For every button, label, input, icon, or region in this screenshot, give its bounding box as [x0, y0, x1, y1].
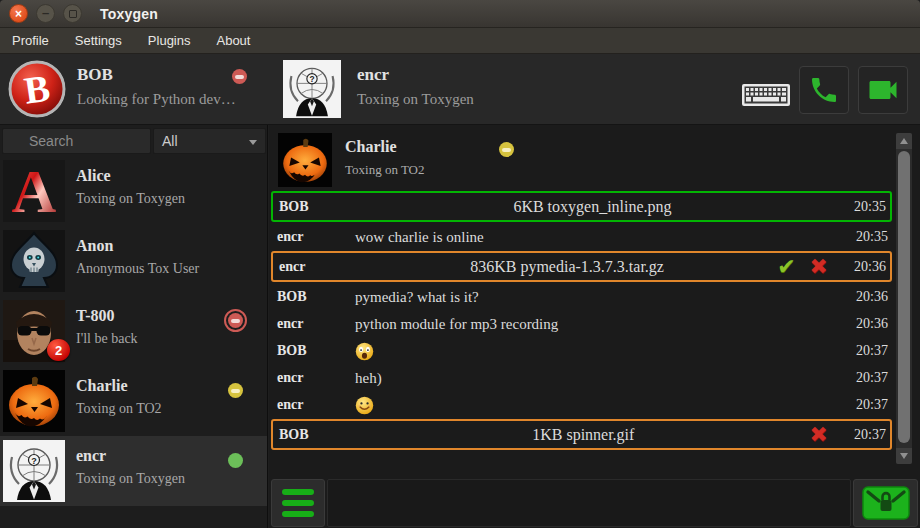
contact-status-message: I'll be back — [76, 331, 138, 347]
active-contact-avatar: ? — [283, 60, 341, 118]
contact-status-message: Toxing on Toxygen — [76, 191, 185, 207]
message-time: 20:36 — [844, 316, 888, 332]
message-row: encr 20:37 — [271, 392, 892, 418]
message-sender: BOB — [277, 289, 351, 305]
close-icon: × — [15, 7, 22, 19]
contact-name: encr — [76, 447, 106, 465]
peer-card-away-status-icon — [499, 142, 514, 157]
menu-settings[interactable]: Settings — [75, 33, 122, 48]
unread-count-badge: 2 — [47, 339, 70, 361]
audio-call-button[interactable] — [799, 66, 849, 114]
busy-ring-status-icon — [228, 313, 243, 328]
message-sender: encr — [279, 259, 353, 275]
message-row: BOB pymedia? what is it? 20:36 — [271, 284, 892, 310]
contact-status-message: Toxing on Toxygen — [76, 471, 185, 487]
message-time: 20:35 — [844, 229, 888, 245]
active-contact-name: encr — [357, 65, 389, 85]
scroll-up-button[interactable] — [896, 133, 912, 149]
contact-status-message: Anonymous Tox User — [76, 261, 199, 277]
message-time: 20:36 — [844, 289, 888, 305]
message-row: encr wow charlie is online 20:35 — [271, 224, 892, 250]
contact-status-message: Toxing on TO2 — [76, 401, 162, 417]
scrollbar-thumb[interactable] — [898, 151, 910, 443]
self-avatar[interactable]: B — [8, 60, 66, 118]
file-transfer-label: 836KB pymedia-1.3.7.3.tar.gz — [353, 258, 777, 276]
file-transfer-row: encr 836KB pymedia-1.3.7.3.tar.gz ✔✖ 20:… — [271, 251, 892, 282]
chat-panel: Charlie Toxing on TO2 BOB 6KB toxygen_in… — [269, 125, 920, 528]
video-call-button[interactable] — [858, 66, 908, 114]
menu-about[interactable]: About — [216, 33, 250, 48]
message-text: pymedia? what is it? — [351, 289, 830, 306]
peer-card-name: Charlie — [345, 138, 397, 156]
message-time: 20:36 — [842, 259, 886, 275]
accept-file-button[interactable]: ✔ — [777, 256, 795, 278]
active-contact-status-message: Toxing on Toxygen — [357, 91, 474, 108]
message-row: encr python module for mp3 recording 20:… — [271, 311, 892, 337]
message-text: heh) — [351, 370, 830, 387]
message-sender: encr — [277, 370, 351, 386]
contact-name: Anon — [76, 237, 113, 255]
message-history: BOB 6KB toxygen_inline.png 20:35 encr wo… — [271, 191, 892, 464]
attachments-menu-button[interactable] — [271, 479, 325, 527]
contact-anon[interactable]: Anon Anonymous Tox User — [0, 226, 267, 296]
contact-alice[interactable]: A Alice Toxing on Toxygen — [0, 156, 267, 226]
peer-card-avatar — [278, 133, 332, 187]
send-message-button[interactable] — [853, 479, 918, 527]
message-sender: encr — [277, 316, 351, 332]
message-sender: BOB — [277, 343, 351, 359]
window-title: Toxygen — [100, 6, 158, 22]
contact-list: A Alice Toxing on Toxygen Anon Anonymous… — [0, 156, 267, 528]
message-sender: encr — [277, 229, 351, 245]
smile-emoji-icon — [355, 396, 374, 415]
message-text: wow charlie is online — [351, 229, 830, 246]
message-input[interactable] — [327, 479, 851, 527]
contact-list-panel: All A Alice Toxing on Toxygen Anon Anony… — [0, 125, 268, 528]
window-minimize-button[interactable]: – — [36, 4, 55, 23]
message-sender: BOB — [279, 427, 353, 443]
menu-plugins[interactable]: Plugins — [148, 33, 191, 48]
menu-profile[interactable]: Profile — [12, 33, 49, 48]
phone-icon — [808, 74, 840, 106]
contact-filter-dropdown[interactable]: All — [153, 128, 266, 154]
message-time: 20:37 — [844, 397, 888, 413]
svg-text:?: ? — [31, 456, 37, 466]
typing-keyboard-icon[interactable] — [741, 82, 791, 108]
file-transfer-label: 6KB toxygen_inline.png — [353, 198, 828, 216]
contact-charlie[interactable]: Charlie Toxing on TO2 — [0, 366, 267, 436]
message-time: 20:37 — [842, 427, 886, 443]
message-time: 20:37 — [844, 343, 888, 359]
online-status-icon — [228, 453, 243, 468]
charlie-avatar — [3, 370, 65, 432]
contact-name: T-800 — [76, 307, 115, 325]
message-text: python module for mp3 recording — [351, 316, 830, 333]
decline-file-button[interactable]: ✖ — [810, 256, 828, 278]
video-camera-icon — [865, 72, 901, 108]
contact-t-800[interactable]: T-800 I'll be back 2 — [0, 296, 267, 366]
menu-bar: Profile Settings Plugins About — [0, 28, 920, 54]
file-transfer-label: 1KB spinner.gif — [353, 426, 810, 444]
search-input[interactable] — [2, 128, 151, 154]
header: B BOB Looking for Python dev… ? encr Tox… — [0, 54, 920, 125]
scroll-down-button[interactable] — [896, 448, 912, 464]
composer — [269, 478, 920, 528]
window-close-button[interactable]: × — [9, 4, 28, 23]
message-row: encr heh) 20:37 — [271, 365, 892, 391]
self-busy-status-icon — [232, 69, 247, 84]
svg-text:A: A — [12, 160, 57, 222]
title-bar: × – Toxygen — [0, 0, 920, 28]
chat-scrollbar[interactable] — [896, 133, 912, 464]
contact-name: Alice — [76, 167, 111, 185]
alice-avatar: A — [3, 160, 65, 222]
keyboard-icon — [741, 82, 791, 108]
chevron-down-icon — [249, 140, 257, 145]
self-name: BOB — [77, 65, 113, 85]
window-maximize-button[interactable] — [63, 4, 82, 23]
maximize-icon — [69, 10, 77, 18]
contact-encr[interactable]: ? encr Toxing on Toxygen — [0, 436, 267, 506]
file-transfer-actions: ✔✖ — [777, 256, 828, 278]
message-time: 20:37 — [844, 370, 888, 386]
minimize-icon: – — [42, 6, 49, 19]
message-text — [351, 342, 830, 361]
encr-avatar: ? — [3, 440, 65, 502]
decline-file-button[interactable]: ✖ — [810, 424, 828, 446]
